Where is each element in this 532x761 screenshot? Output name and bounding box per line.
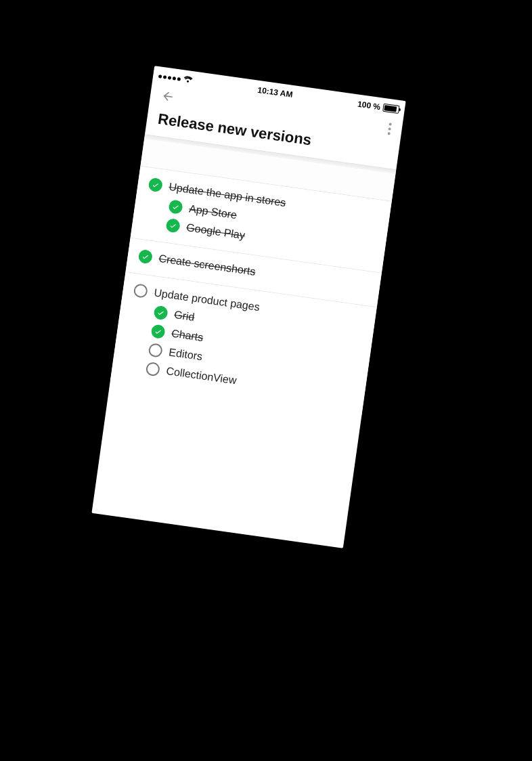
task-label: Charts <box>171 328 204 344</box>
more-menu-button[interactable] <box>387 123 391 135</box>
checkbox-empty-icon[interactable] <box>148 343 163 358</box>
back-button[interactable] <box>160 89 175 107</box>
checkbox-checked-icon[interactable] <box>153 305 169 321</box>
battery-icon <box>382 104 399 114</box>
task-label: Google Play <box>185 221 246 242</box>
signal-icon <box>158 74 181 81</box>
checkbox-checked-icon[interactable] <box>150 324 166 339</box>
checkbox-checked-icon[interactable] <box>165 218 181 234</box>
task-label: Editors <box>168 346 203 363</box>
checkbox-checked-icon[interactable] <box>168 199 183 215</box>
phone-frame: 10:13 AM 100 % Release new versions <box>91 66 405 548</box>
task-label: Grid <box>173 309 195 324</box>
checkbox-empty-icon[interactable] <box>146 362 161 377</box>
battery-percent: 100 % <box>357 100 381 112</box>
task-label: Create screenshorts <box>158 253 256 278</box>
checkbox-checked-icon[interactable] <box>138 249 154 265</box>
checkbox-empty-icon[interactable] <box>133 283 148 299</box>
checkbox-checked-icon[interactable] <box>148 177 163 193</box>
